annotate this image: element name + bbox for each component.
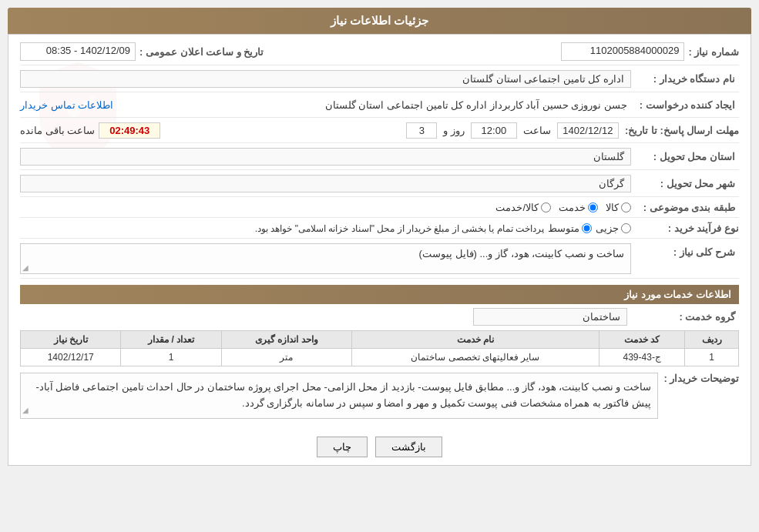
category-both-label: کالا/خدمت (495, 202, 539, 213)
page-header: جزئیات اطلاعات نیاز (8, 8, 751, 34)
description-box: ساخت و نصب کابینت، هود، گاز و... (فایل پ… (20, 243, 631, 274)
table-header-row: ردیف کد خدمت نام خدمت واحد اندازه گیری ت… (21, 331, 739, 349)
service-group-row: گروه خدمت : ساختمان (20, 308, 739, 326)
print-button[interactable]: چاپ (317, 437, 368, 457)
deadline-time: 12:00 (471, 122, 517, 139)
purchase-type-desc: پرداخت تمام یا بخشی از مبلغ خریدار از مح… (255, 223, 544, 234)
need-number-label: شماره نیاز : (688, 46, 739, 58)
page-title: جزئیات اطلاعات نیاز (331, 14, 428, 27)
cell-name: سایر فعالیتهای تخصصی ساختمان (351, 349, 599, 366)
description-label: شرح کلی نیاز : (631, 243, 739, 258)
purchase-type-label: نوع فرآیند خرید : (631, 223, 739, 234)
creator-value: جسن نوروزی حسین آباد کاربرداز اداره کل ت… (113, 97, 631, 113)
buyer-notes-row: توضیحات خریدار : ساخت و نصب کابینت، هود،… (20, 373, 739, 425)
province-row: استان محل تحویل : گلستان (20, 148, 739, 170)
col-row: ردیف (685, 331, 739, 349)
service-group-value: ساختمان (473, 308, 627, 326)
buyer-org-value: اداره کل تامین اجتماعی استان گلستان (20, 70, 631, 88)
announce-label: تاریخ و ساعت اعلان عمومی : (139, 46, 264, 58)
remaining-time: 02:49:43 (99, 122, 160, 139)
purchase-medium-label: متوسط (548, 223, 579, 234)
purchase-type-row: نوع فرآیند خرید : جزیی متوسط پرداخت تمام… (20, 223, 739, 239)
category-service-label: خدمت (559, 202, 586, 213)
description-row: شرح کلی نیاز : ساخت و نصب کابینت، هود، گ… (20, 243, 739, 279)
purchase-radio-medium[interactable] (582, 223, 592, 233)
category-radio-service[interactable] (588, 202, 598, 212)
category-radio-goods[interactable] (621, 202, 631, 212)
resize-handle: ◢ (22, 263, 29, 272)
deadline-time-label: ساعت (523, 125, 551, 136)
description-value: ساخت و نصب کابینت، هود، گاز و... (فایل پ… (419, 248, 624, 259)
back-button[interactable]: بازگشت (375, 437, 442, 457)
top-info-row: شماره نیاز : 1102005884000029 تاریخ و سا… (20, 42, 739, 65)
cell-unit: متر (221, 349, 351, 366)
category-option-goods[interactable]: کالا (606, 202, 631, 213)
service-group-label: گروه خدمت : (631, 311, 739, 323)
purchase-option-small[interactable]: جزیی (596, 223, 631, 234)
need-number-value: 1102005884000029 (561, 42, 684, 61)
buyer-org-row: نام دستگاه خریدار : اداره کل تامین اجتما… (20, 70, 739, 92)
category-label: طبقه بندی موضوعی : (631, 202, 739, 213)
category-goods-label: کالا (606, 202, 619, 213)
buyer-org-label: نام دستگاه خریدار : (631, 73, 739, 85)
deadline-fields: 1402/12/12 ساعت 12:00 روز و 3 (166, 122, 619, 139)
note-resize-handle: ◢ (22, 404, 29, 417)
col-date: تاریخ نیاز (21, 331, 121, 349)
table-row: 1 ج-43-439 سایر فعالیتهای تخصصی ساختمان … (21, 349, 739, 366)
col-qty: تعداد / مقدار (121, 331, 221, 349)
creator-row: ایجاد کننده درخواست : جسن نوروزی حسین آب… (20, 97, 739, 118)
category-option-both[interactable]: کالا/خدمت (495, 202, 551, 213)
remaining-group: 02:49:43 ساعت باقی مانده (20, 122, 160, 139)
buyer-notes-label: توضیحات خریدار : (662, 373, 739, 425)
col-name: نام خدمت (351, 331, 599, 349)
announce-group: تاریخ و ساعت اعلان عمومی : 1402/12/09 - … (20, 42, 264, 61)
category-option-service[interactable]: خدمت (559, 202, 598, 213)
province-label: استان محل تحویل : (631, 151, 739, 162)
creator-label: ایجاد کننده درخواست : (631, 99, 739, 111)
deadline-days: 3 (406, 122, 437, 139)
remaining-label: ساعت باقی مانده (20, 125, 95, 136)
services-table: ردیف کد خدمت نام خدمت واحد اندازه گیری ت… (20, 330, 739, 366)
cell-code: ج-43-439 (599, 349, 685, 366)
deadline-date: 1402/12/12 (557, 122, 619, 139)
cell-date: 1402/12/17 (21, 349, 121, 366)
purchase-option-medium[interactable]: متوسط (548, 223, 592, 234)
purchase-options: جزیی متوسط پرداخت تمام یا بخشی از مبلغ خ… (20, 223, 631, 234)
purchase-small-label: جزیی (596, 223, 619, 234)
deadline-label: مهلت ارسال پاسخ: تا تاریخ: (625, 125, 739, 136)
province-value: گلستان (20, 148, 631, 166)
city-row: شهر محل تحویل : گرگان (20, 175, 739, 197)
deadline-row: مهلت ارسال پاسخ: تا تاریخ: 1402/12/12 سا… (20, 122, 739, 143)
cell-row: 1 (685, 349, 739, 366)
category-radio-both[interactable] (541, 202, 551, 212)
category-row: طبقه بندی موضوعی : کالا خدمت کالا/خدمت (20, 202, 739, 218)
deadline-days-label: روز و (443, 125, 465, 136)
purchase-radio-small[interactable] (621, 223, 631, 233)
buyer-notes-value: ساخت و نصب کابینت، هود، گاز و... مطابق ف… (35, 381, 651, 409)
announce-value: 1402/12/09 - 08:35 (20, 42, 136, 61)
buyer-notes-box: ساخت و نصب کابینت، هود، گاز و... مطابق ف… (20, 373, 658, 419)
col-code: کد خدمت (599, 331, 685, 349)
service-info-header: اطلاعات خدمات مورد نیاز (20, 285, 739, 304)
city-label: شهر محل تحویل : (631, 178, 739, 189)
need-number-group: شماره نیاز : 1102005884000029 (561, 42, 739, 61)
col-unit: واحد اندازه گیری (221, 331, 351, 349)
action-buttons: بازگشت چاپ (20, 433, 739, 457)
cell-quantity: 1 (121, 349, 221, 366)
category-options: کالا خدمت کالا/خدمت (495, 202, 631, 213)
city-value: گرگان (20, 175, 631, 192)
contact-link[interactable]: اطلاعات تماس خریدار (20, 99, 113, 111)
